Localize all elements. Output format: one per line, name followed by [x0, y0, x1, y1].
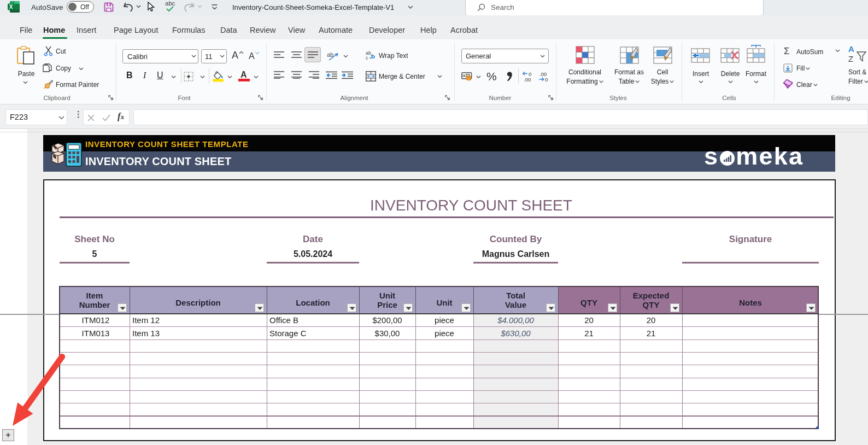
svg-text:0: 0 — [545, 77, 548, 82]
svg-text:c: c — [366, 55, 368, 61]
svg-text:X: X — [9, 4, 13, 10]
svg-text:.00: .00 — [539, 71, 547, 77]
svg-text:0: 0 — [529, 71, 531, 77]
svg-text:.00: .00 — [524, 77, 531, 82]
svg-text:ab: ab — [327, 51, 333, 58]
